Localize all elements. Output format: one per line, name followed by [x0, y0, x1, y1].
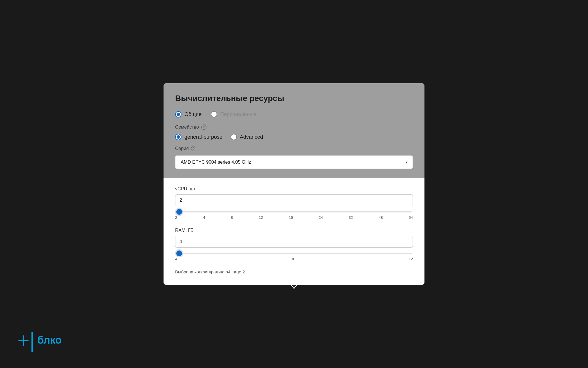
- ram-ticks: 4 8 12: [175, 257, 413, 261]
- vcpu-tick-12: 12: [259, 215, 263, 220]
- ram-tick-12: 12: [409, 257, 413, 261]
- dialog-top-section: Вычислительные ресурсы Общие Персональны…: [164, 83, 424, 178]
- type-radio-group: Общие Персональные: [175, 111, 413, 118]
- brand-text: блко: [37, 334, 62, 346]
- family-advanced-radio[interactable]: [231, 134, 237, 140]
- vcpu-tick-64: 64: [409, 215, 413, 220]
- ram-slider-wrapper: [175, 250, 413, 255]
- vcpu-tick-16: 16: [289, 215, 293, 220]
- dialog-title: Вычислительные ресурсы: [175, 94, 413, 103]
- type-shared-option[interactable]: Общие: [175, 111, 202, 118]
- family-general-radio[interactable]: [175, 134, 182, 140]
- vcpu-slider-wrapper: [175, 208, 413, 214]
- type-personal-option[interactable]: Персональные: [211, 111, 256, 118]
- type-personal-radio[interactable]: [211, 111, 217, 118]
- family-help-icon[interactable]: ?: [201, 125, 206, 130]
- brand-logo: +| блко: [17, 330, 62, 351]
- ram-label: RAM, ГБ: [175, 228, 413, 233]
- vcpu-input-wrapper: [175, 194, 413, 206]
- selected-config: Выбрана конфигурация: b4.large.2: [175, 269, 413, 274]
- vcpu-tick-8: 8: [231, 215, 233, 220]
- vcpu-tick-24: 24: [319, 215, 323, 220]
- ram-tick-8: 8: [292, 257, 294, 261]
- series-label: Серия ?: [175, 146, 413, 151]
- vcpu-section: vCPU, шт. 2 4 8 12 16 24 32 48 64: [175, 186, 413, 220]
- ram-input-wrapper: [175, 236, 413, 248]
- dialog-bottom-section: vCPU, шт. 2 4 8 12 16 24 32 48 64 RAM, Г…: [164, 178, 424, 285]
- vcpu-tick-2: 2: [175, 215, 177, 220]
- family-general-option[interactable]: general-purpose: [175, 134, 222, 140]
- vcpu-input[interactable]: [179, 198, 409, 203]
- vcpu-ticks: 2 4 8 12 16 24 32 48 64: [175, 215, 413, 220]
- type-personal-label: Персональные: [220, 111, 256, 118]
- type-shared-radio[interactable]: [175, 111, 182, 118]
- type-shared-label: Общие: [184, 111, 202, 118]
- family-label: Семейство ?: [175, 125, 413, 130]
- series-dropdown[interactable]: AMD EPYC 9004 series 4.05 GHz: [175, 155, 413, 169]
- series-dropdown-wrapper: AMD EPYC 9004 series 4.05 GHz ▾: [175, 155, 413, 169]
- ram-section: RAM, ГБ 4 8 12: [175, 228, 413, 261]
- scroll-down-arrow: [289, 275, 299, 294]
- vcpu-tick-48: 48: [379, 215, 383, 220]
- series-help-icon[interactable]: ?: [191, 146, 196, 151]
- vcpu-tick-32: 32: [349, 215, 353, 220]
- series-section: Серия ? AMD EPYC 9004 series 4.05 GHz ▾: [175, 146, 413, 169]
- ram-tick-4: 4: [175, 257, 177, 261]
- vcpu-label: vCPU, шт.: [175, 186, 413, 192]
- vcpu-tick-4: 4: [203, 215, 205, 220]
- ram-input[interactable]: [179, 239, 409, 244]
- ram-slider[interactable]: [176, 253, 412, 254]
- family-general-label: general-purpose: [184, 134, 222, 140]
- compute-resources-dialog: Вычислительные ресурсы Общие Персональны…: [164, 83, 424, 285]
- brand-plus-icon: +|: [17, 330, 35, 351]
- family-section: Семейство ? general-purpose Advanced: [175, 125, 413, 140]
- vcpu-slider[interactable]: [176, 211, 412, 212]
- family-advanced-option[interactable]: Advanced: [231, 134, 263, 140]
- family-advanced-label: Advanced: [240, 134, 263, 140]
- family-radio-group: general-purpose Advanced: [175, 134, 413, 140]
